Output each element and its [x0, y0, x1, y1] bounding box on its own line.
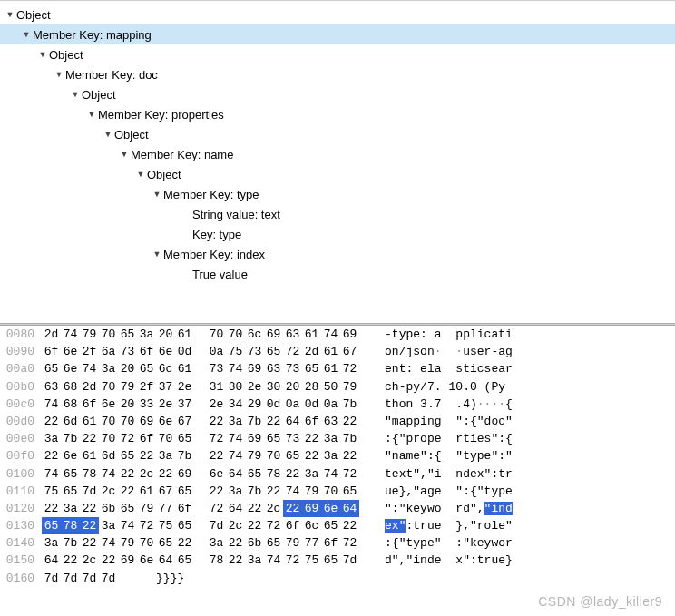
hex-byte[interactable]: 2e — [245, 378, 264, 396]
hex-byte[interactable]: 22 — [264, 483, 283, 500]
hex-byte[interactable]: 64 — [226, 465, 245, 483]
hex-byte[interactable]: 65 — [283, 447, 302, 464]
hex-byte[interactable]: 28 — [302, 378, 321, 396]
tree-row[interactable]: String value: text — [0, 204, 675, 224]
tree-row[interactable]: Member Key: properties — [0, 104, 675, 124]
hex-byte[interactable]: 67 — [156, 483, 175, 500]
hex-row[interactable]: 015064222c22696e646578223a747275657dd","… — [0, 552, 675, 569]
tree-row[interactable]: Member Key: index — [0, 244, 675, 264]
hex-byte[interactable]: 29 — [245, 396, 264, 413]
chevron-down-icon[interactable] — [102, 129, 114, 139]
hex-byte[interactable]: 6d — [99, 447, 118, 464]
hex-byte[interactable]: 0a — [321, 396, 340, 413]
hex-byte[interactable]: 79 — [302, 483, 321, 500]
tree-row[interactable]: Object — [0, 84, 675, 104]
hex-byte[interactable]: 3a — [156, 447, 175, 464]
hex-byte[interactable]: 65 — [175, 483, 194, 500]
hex-byte[interactable]: 7d — [207, 517, 226, 534]
hex-byte[interactable]: 64 — [156, 552, 175, 569]
hex-byte[interactable]: 75 — [226, 343, 245, 360]
hex-byte[interactable]: 6b — [99, 500, 118, 517]
hex-byte[interactable]: 70 — [99, 326, 118, 343]
hex-byte[interactable]: 65 — [42, 517, 61, 534]
hex-byte[interactable]: 72 — [283, 552, 302, 569]
hex-byte[interactable]: 7b — [340, 430, 359, 447]
hex-byte[interactable]: 65 — [118, 326, 137, 343]
hex-byte[interactable]: 22 — [137, 447, 156, 464]
hex-row[interactable]: 00d0226d617070696e67223a7b22646f6322"map… — [0, 413, 675, 430]
tree-row[interactable]: Member Key: doc — [0, 64, 675, 84]
hex-byte[interactable]: 65 — [118, 447, 137, 464]
hex-byte[interactable]: 65 — [137, 360, 156, 377]
hex-byte[interactable]: 22 — [42, 447, 61, 464]
hex-byte[interactable]: 2d — [42, 326, 61, 343]
hex-byte[interactable]: 3a — [99, 517, 118, 534]
hex-byte[interactable]: 79 — [340, 378, 359, 396]
hex-byte[interactable]: 61 — [175, 360, 194, 377]
hex-byte[interactable]: 22 — [340, 413, 359, 430]
hex-byte[interactable]: 22 — [156, 465, 175, 483]
hex-byte[interactable]: 6c — [156, 360, 175, 377]
hex-byte[interactable]: 3a — [245, 552, 264, 569]
hex-byte[interactable]: 2c — [264, 500, 283, 517]
hex-byte[interactable]: 7b — [175, 447, 194, 464]
hex-byte[interactable]: 63 — [42, 378, 61, 396]
hex-byte[interactable]: 68 — [61, 396, 80, 413]
hex-row[interactable]: 00b063682d70792f372e31302e3020285079ch-p… — [0, 378, 675, 396]
chevron-down-icon[interactable] — [4, 9, 16, 19]
hex-byte[interactable]: 65 — [302, 360, 321, 377]
hex-byte[interactable]: 72 — [340, 360, 359, 377]
hex-byte[interactable]: 6c — [245, 326, 264, 343]
hex-byte[interactable]: 73 — [207, 360, 226, 377]
hex-byte[interactable]: 6e — [99, 396, 118, 413]
hex-byte[interactable]: 79 — [118, 534, 137, 552]
hex-byte[interactable]: 6e — [321, 500, 340, 517]
hex-byte[interactable]: 69 — [264, 326, 283, 343]
hex-row[interactable]: 00c074686f6e20332e372e34290d0a0d0a7bthon… — [0, 396, 675, 413]
hex-row[interactable]: 010074657874222c22696e646578223a7472text… — [0, 465, 675, 483]
hex-byte[interactable]: 6f — [42, 343, 61, 360]
hex-row[interactable]: 00906f6e2f6a736f6e0d0a757365722d6167on/j… — [0, 343, 675, 360]
tree-pane[interactable]: ObjectMember Key: mappingObjectMember Ke… — [0, 0, 675, 323]
hex-byte[interactable]: 65 — [175, 430, 194, 447]
hex-byte[interactable]: 3a — [226, 483, 245, 500]
hex-byte[interactable]: 6f — [80, 396, 99, 413]
hex-byte[interactable]: 70 — [264, 447, 283, 464]
hex-byte[interactable]: 79 — [118, 378, 137, 396]
hex-byte[interactable]: 6e — [207, 465, 226, 483]
hex-byte[interactable]: 7d — [99, 570, 118, 587]
hex-byte[interactable]: 2c — [80, 552, 99, 569]
hex-byte[interactable]: 69 — [175, 465, 194, 483]
hex-byte[interactable]: 65 — [42, 360, 61, 377]
hex-byte[interactable]: 74 — [118, 517, 137, 534]
chevron-down-icon[interactable] — [151, 249, 163, 259]
hex-byte[interactable]: 70 — [118, 413, 137, 430]
hex-byte[interactable]: 0d — [302, 396, 321, 413]
hex-byte[interactable]: 69 — [137, 413, 156, 430]
hex-byte[interactable]: 79 — [80, 326, 99, 343]
hex-row[interactable]: 0120223a226b6579776f7264222c22696e64":"k… — [0, 500, 675, 517]
hex-byte[interactable]: 31 — [207, 378, 226, 396]
hex-byte[interactable]: 73 — [283, 430, 302, 447]
hex-byte[interactable]: 74 — [99, 534, 118, 552]
hex-byte[interactable]: 2c — [137, 465, 156, 483]
hex-byte[interactable]: 22 — [118, 483, 137, 500]
hex-byte[interactable]: 22 — [207, 413, 226, 430]
hex-byte[interactable]: 65 — [264, 534, 283, 552]
hex-byte[interactable]: 20 — [118, 360, 137, 377]
hex-byte[interactable]: 78 — [80, 465, 99, 483]
hex-byte[interactable]: 20 — [118, 396, 137, 413]
hex-byte[interactable]: 72 — [118, 430, 137, 447]
hex-byte[interactable]: 2e — [156, 396, 175, 413]
hex-byte[interactable]: 2f — [80, 343, 99, 360]
hex-byte[interactable]: 7d — [340, 552, 359, 569]
hex-byte[interactable]: 7b — [245, 413, 264, 430]
chevron-down-icon[interactable] — [118, 149, 131, 159]
hex-byte[interactable]: 73 — [283, 360, 302, 377]
hex-byte[interactable]: 22 — [207, 483, 226, 500]
hex-byte[interactable]: 67 — [340, 343, 359, 360]
hex-byte[interactable]: 22 — [245, 517, 264, 534]
hex-byte[interactable]: 70 — [99, 430, 118, 447]
hex-byte[interactable]: 70 — [137, 534, 156, 552]
hex-byte[interactable]: 22 — [302, 430, 321, 447]
